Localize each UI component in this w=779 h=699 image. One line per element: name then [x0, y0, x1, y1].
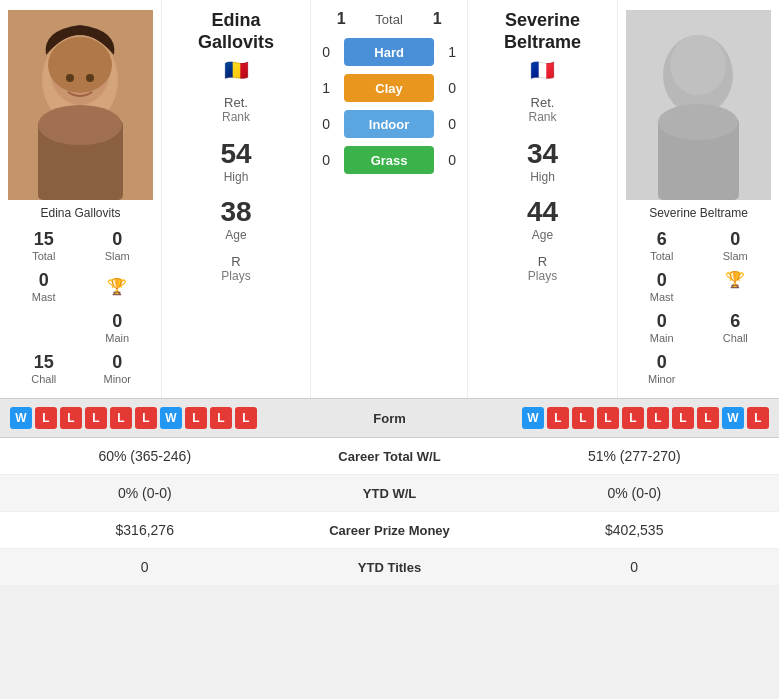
player2-trophy-icon: 🏆 — [725, 270, 745, 289]
player1-column: Edina Gallovits 15 Total 0 Slam 0 Mast 🏆 — [0, 0, 161, 398]
player1-total-cell: 15 Total — [8, 226, 80, 265]
player2-name-below: Severine Beltrame — [649, 206, 748, 220]
player1-high-label: High — [220, 170, 251, 184]
player2-trophy-cell: 🏆 — [700, 267, 772, 306]
svg-point-12 — [658, 104, 738, 140]
player2-chall-label: Chall — [723, 332, 748, 344]
total-p1: 1 — [329, 10, 353, 28]
player1-trophy-cell: 🏆 — [82, 267, 154, 306]
grass-button[interactable]: Grass — [344, 146, 434, 174]
player2-form-badge: L — [597, 407, 619, 429]
player1-total-label: Total — [32, 250, 55, 262]
player1-slam-cell: 0 Slam — [82, 226, 154, 265]
player1-slam-label: Slam — [105, 250, 130, 262]
total-p2: 1 — [425, 10, 449, 28]
player2-form-badge: L — [647, 407, 669, 429]
player2-form-badge: W — [522, 407, 544, 429]
indoor-p2-score: 0 — [442, 116, 462, 132]
player2-minor-label: Minor — [648, 373, 676, 385]
player2-photo-svg — [626, 10, 771, 200]
stats-center-label: YTD W/L — [290, 486, 490, 501]
stats-row: 60% (365-246)Career Total W/L51% (277-27… — [0, 438, 779, 475]
player2-slam-label: Slam — [723, 250, 748, 262]
player1-form-badges: WLLLLLWLLL — [10, 407, 320, 429]
player2-chall-value: 6 — [730, 311, 740, 332]
player1-high-block: 54 High — [220, 138, 251, 184]
player2-stats: 6 Total 0 Slam 0 Mast 🏆 0 Main — [626, 226, 771, 388]
player2-mast-label: Mast — [650, 291, 674, 303]
player1-age-block: 38 Age — [220, 196, 251, 242]
player1-flag: 🇷🇴 — [224, 58, 249, 82]
player2-minor-cell: 0 Minor — [626, 349, 698, 388]
hard-button[interactable]: Hard — [344, 38, 434, 66]
player2-chall-cell: 6 Chall — [700, 308, 772, 347]
player2-main-label: Main — [650, 332, 674, 344]
player1-photo — [8, 10, 153, 200]
player1-minor-value: 0 — [112, 352, 122, 373]
player1-form-badge: L — [85, 407, 107, 429]
player2-main-value: 0 — [657, 311, 667, 332]
clay-button[interactable]: Clay — [344, 74, 434, 102]
svg-point-10 — [670, 35, 726, 95]
stats-right-value: $402,535 — [490, 522, 780, 538]
stats-center-label: YTD Titles — [290, 560, 490, 575]
indoor-button[interactable]: Indoor — [344, 110, 434, 138]
player2-high-label: High — [527, 170, 558, 184]
surface-row-grass: 0 Grass 0 — [316, 146, 462, 174]
stats-row: 0YTD Titles0 — [0, 549, 779, 586]
stats-row: 0% (0-0)YTD W/L0% (0-0) — [0, 475, 779, 512]
player1-form-badge: L — [235, 407, 257, 429]
player2-photo — [626, 10, 771, 200]
player2-age-block: 44 Age — [527, 196, 558, 242]
surface-row-clay: 1 Clay 0 — [316, 74, 462, 102]
player2-form-badge: L — [547, 407, 569, 429]
total-row: 1 Total 1 — [329, 10, 449, 28]
stats-left-value: 60% (365-246) — [0, 448, 290, 464]
player1-chall-cell: 15 Chall — [8, 349, 80, 388]
player2-total-value: 6 — [657, 229, 667, 250]
player2-center-col: Severine Beltrame 🇫🇷 Ret. Rank 34 High 4… — [468, 0, 618, 398]
player1-rank-block: Ret. Rank — [222, 95, 250, 124]
player2-form-badge: L — [747, 407, 769, 429]
player2-minor-value: 0 — [657, 352, 667, 373]
player2-slam-value: 0 — [730, 229, 740, 250]
player2-name-top: Severine Beltrame — [504, 10, 581, 53]
player1-slam-value: 0 — [112, 229, 122, 250]
player2-mast-value: 0 — [657, 270, 667, 291]
player1-mast-value: 0 — [39, 270, 49, 291]
player1-form-badge: L — [185, 407, 207, 429]
form-section: WLLLLLWLLL Form WLLLLLLLWL — [0, 398, 779, 438]
clay-p1-score: 1 — [316, 80, 336, 96]
player1-trophy-icon: 🏆 — [107, 277, 127, 296]
player1-rank-value: Ret. — [222, 95, 250, 110]
player2-plays-block: R Plays — [528, 254, 557, 283]
indoor-p1-score: 0 — [316, 116, 336, 132]
player2-rank-block: Ret. Rank — [529, 95, 557, 124]
player2-slam-cell: 0 Slam — [700, 226, 772, 265]
player1-form-badge: L — [210, 407, 232, 429]
svg-point-5 — [38, 105, 122, 145]
player1-age-label: Age — [220, 228, 251, 242]
surface-row-indoor: 0 Indoor 0 — [316, 110, 462, 138]
grass-p1-score: 0 — [316, 152, 336, 168]
player1-form-badge: W — [10, 407, 32, 429]
player1-high-value: 54 — [220, 138, 251, 170]
player1-photo-svg — [8, 10, 153, 200]
stats-right-value: 0 — [490, 559, 780, 575]
player2-form-badge: L — [572, 407, 594, 429]
player2-high-value: 34 — [527, 138, 558, 170]
grass-p2-score: 0 — [442, 152, 462, 168]
player2-total-label: Total — [650, 250, 673, 262]
player1-plays-label: Plays — [221, 269, 250, 283]
surface-scores-col: 1 Total 1 0 Hard 1 1 Clay 0 0 Indoor 0 — [311, 0, 468, 398]
player1-name-top: Edina Gallovits — [198, 10, 274, 53]
stats-right-value: 0% (0-0) — [490, 485, 780, 501]
player1-mast-cell: 0 Mast — [8, 267, 80, 306]
player2-age-value: 44 — [527, 196, 558, 228]
stats-right-value: 51% (277-270) — [490, 448, 780, 464]
svg-point-3 — [48, 37, 112, 93]
player1-total-value: 15 — [34, 229, 54, 250]
player1-plays-value: R — [221, 254, 250, 269]
player2-form-badge: L — [622, 407, 644, 429]
player1-minor-cell: 0 Minor — [82, 349, 154, 388]
